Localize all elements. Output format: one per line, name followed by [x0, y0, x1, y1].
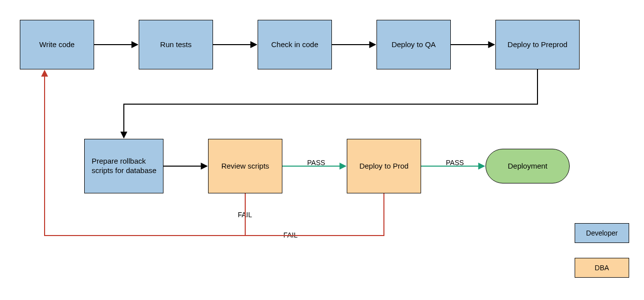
node-deployment-terminal: Deployment — [485, 149, 570, 183]
node-label: Deploy to Preprod — [508, 40, 568, 50]
legend-label: DBA — [595, 264, 609, 272]
node-review-scripts: Review scripts — [208, 139, 282, 193]
edge-preprod-to-rollback — [124, 69, 537, 138]
node-prepare-rollback: Prepare rollback scripts for database — [84, 139, 163, 193]
node-label: Review scripts — [221, 162, 269, 171]
node-check-in-code: Check in code — [258, 20, 332, 69]
node-deploy-prod: Deploy to Prod — [347, 139, 421, 193]
node-label: Prepare rollback scripts for database — [92, 157, 159, 176]
legend-developer: Developer — [575, 223, 629, 243]
edge-label-fail-review: FAIL — [238, 211, 252, 219]
edge-label-pass-deploy: PASS — [446, 159, 464, 167]
edge-label-pass-review: PASS — [307, 159, 325, 167]
node-deploy-preprod: Deploy to Preprod — [495, 20, 580, 69]
legend-dba: DBA — [575, 258, 629, 278]
node-label: Write code — [39, 40, 74, 50]
node-deploy-qa: Deploy to QA — [376, 20, 451, 69]
node-label: Deployment — [508, 162, 547, 171]
node-label: Run tests — [160, 40, 191, 50]
node-label: Deploy to QA — [391, 40, 435, 50]
node-label: Deploy to Prod — [359, 162, 408, 171]
node-run-tests: Run tests — [139, 20, 213, 69]
edge-deployprod-fail — [245, 193, 384, 236]
edge-label-fail-deploy: FAIL — [283, 231, 298, 239]
node-write-code: Write code — [20, 20, 94, 69]
node-label: Check in code — [271, 40, 318, 50]
legend-label: Developer — [586, 229, 618, 237]
